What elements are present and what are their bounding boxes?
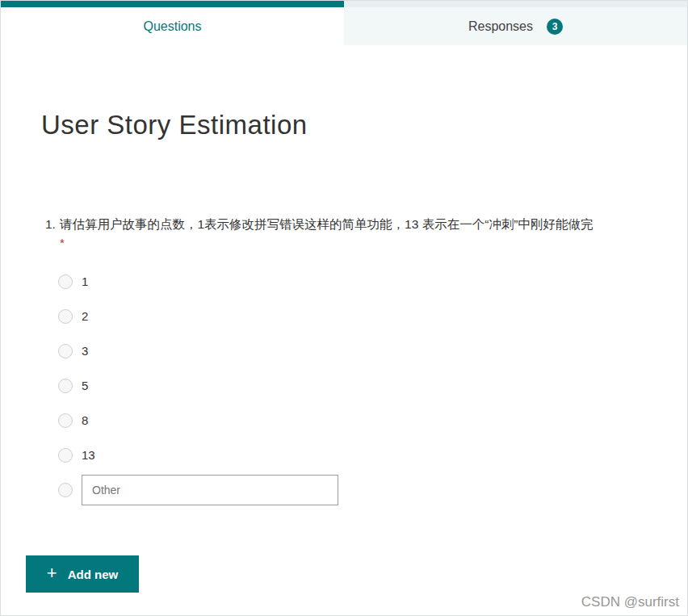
option-row: 8 (58, 403, 687, 438)
options-list: 1 2 3 5 8 13 (58, 264, 687, 472)
option-label: 8 (82, 413, 88, 427)
option-row: 1 (58, 264, 687, 299)
tab-questions[interactable]: Questions (1, 1, 344, 45)
tab-responses[interactable]: Responses 3 (344, 1, 687, 45)
plus-icon: + (47, 564, 57, 582)
add-new-button[interactable]: + Add new (26, 555, 139, 593)
radio-button[interactable] (58, 274, 73, 289)
form-title[interactable]: User Story Estimation (41, 110, 687, 140)
add-new-label: Add new (68, 568, 119, 581)
required-marker: * (60, 234, 649, 252)
other-option-container (58, 472, 687, 507)
question-text: 请估算用户故事的点数，1表示修改拼写错误这样的简单功能，13 表示在一个“冲刺”… (60, 217, 594, 231)
radio-button[interactable] (58, 448, 73, 463)
other-input[interactable] (82, 475, 338, 505)
watermark: CSDN @surfirst (581, 594, 679, 610)
option-label: 3 (82, 344, 88, 358)
radio-button[interactable] (58, 379, 73, 393)
tab-questions-label: Questions (143, 19, 201, 34)
option-row: 3 (58, 333, 687, 368)
radio-button[interactable] (58, 413, 73, 428)
question-block[interactable]: 1. 请估算用户故事的点数，1表示修改拼写错误这样的简单功能，13 表示在一个“… (45, 215, 649, 252)
radio-button[interactable] (58, 309, 73, 324)
option-row: 5 (58, 368, 687, 403)
radio-button-other[interactable] (58, 483, 73, 497)
question-number: 1. (45, 215, 56, 234)
option-row: 13 (58, 438, 687, 472)
option-label: 1 (82, 274, 88, 288)
responses-count-badge: 3 (547, 19, 563, 35)
form-tabs: Questions Responses 3 (1, 1, 687, 45)
option-label: 5 (82, 379, 88, 392)
option-row-other (58, 472, 687, 507)
option-row: 2 (58, 299, 687, 333)
radio-button[interactable] (58, 344, 73, 358)
tab-responses-label: Responses (468, 19, 533, 34)
option-label: 2 (82, 309, 88, 323)
option-label: 13 (82, 448, 95, 462)
